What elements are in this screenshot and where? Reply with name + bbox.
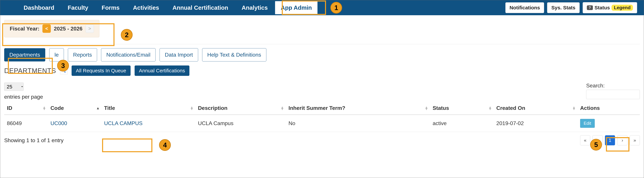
fiscal-year-range: 2025 - 2026 [54, 26, 82, 32]
top-nav-left: Dashboard Faculty Forms Activities Annua… [17, 0, 318, 15]
search-label: Search: [586, 83, 640, 89]
status-label: Status [594, 5, 610, 10]
sort-asc-icon: ▲ [96, 107, 100, 109]
departments-table: ID▲▼ Code▲ Title▲▼ Description▲▼ Inherit… [4, 102, 640, 132]
all-requests-in-queue-button[interactable]: All Requests In Queue [72, 65, 130, 76]
cell-id: 86049 [4, 115, 48, 132]
col-id-label: ID [7, 105, 12, 111]
search-input[interactable] [586, 90, 640, 99]
fiscal-year-panel: Fiscal Year: < 2025 - 2026 > [4, 20, 100, 37]
fiscal-year-label: Fiscal Year: [10, 26, 40, 32]
edit-button[interactable]: Edit [580, 119, 595, 128]
col-title-label: Title [104, 105, 115, 111]
col-actions: Actions [578, 102, 640, 115]
col-status-label: Status [433, 105, 449, 111]
top-nav-right: Notifications Sys. Stats ? Status Legend [506, 2, 637, 13]
dept-code-link[interactable]: UC000 [50, 120, 67, 126]
cell-status: active [430, 115, 494, 132]
section-header: DEPARTMENTS All Requests In Queue Annual… [4, 65, 640, 76]
pager-next[interactable]: › [617, 135, 628, 145]
legend-pill: Legend [612, 5, 633, 11]
page-length-label: entries per page [4, 94, 43, 100]
fiscal-year-prev-button[interactable]: < [42, 24, 51, 33]
page-length-select[interactable]: 25 [4, 83, 24, 91]
cell-description: UCLA Campus [195, 115, 286, 132]
col-created-label: Created On [496, 105, 525, 111]
help-icon: ? [587, 5, 593, 10]
section-title: DEPARTMENTS [4, 67, 56, 74]
sort-icon: ▲▼ [424, 107, 428, 110]
col-actions-label: Actions [580, 105, 600, 111]
table-info: Showing 1 to 1 of 1 entry [4, 137, 64, 144]
col-status[interactable]: Status▲▼ [430, 102, 494, 115]
svg-rect-2 [64, 72, 66, 72]
col-description-label: Description [198, 105, 228, 111]
table-footer: Showing 1 to 1 of 1 entry « ‹ 1 › » [4, 135, 640, 145]
sort-icon: ▲▼ [42, 107, 46, 110]
admin-tab-help-text[interactable]: Help Text & Definitions [202, 48, 266, 61]
pager-first[interactable]: « [580, 135, 590, 145]
nav-app-admin[interactable]: App Admin [275, 1, 318, 14]
sort-icon: ▲▼ [572, 107, 576, 110]
nav-dashboard[interactable]: Dashboard [17, 0, 61, 15]
callout-4: 4 [159, 139, 171, 151]
sort-icon: ▲▼ [280, 107, 284, 110]
col-code[interactable]: Code▲ [48, 102, 102, 115]
admin-tab-notifications-email[interactable]: Notifications/Email [101, 48, 156, 61]
table-row: 86049 UC000 UCLA CAMPUS UCLA Campus No a… [4, 115, 640, 132]
callout-3: 3 [57, 60, 69, 71]
sort-icon: ▲▼ [190, 107, 194, 110]
status-legend-button[interactable]: ? Status Legend [583, 2, 637, 13]
cell-inherit: No [286, 115, 430, 132]
col-created[interactable]: Created On▲▼ [494, 102, 578, 115]
col-inherit-label: Inherit Summer Term? [288, 105, 345, 111]
top-nav: Dashboard Faculty Forms Activities Annua… [0, 0, 644, 15]
admin-subtabs: Departments le Reports Notifications/Ema… [4, 48, 640, 61]
col-code-label: Code [50, 105, 64, 111]
callout-2: 2 [121, 29, 132, 41]
nav-analytics[interactable]: Analytics [235, 0, 274, 15]
fiscal-year-next-button: > [86, 24, 94, 33]
col-description[interactable]: Description▲▼ [195, 102, 286, 115]
cell-created: 2019-07-02 [494, 115, 578, 132]
col-id[interactable]: ID▲▼ [4, 102, 48, 115]
dept-title-link[interactable]: UCLA CAMPUS [104, 120, 142, 126]
admin-tab-people-partial[interactable]: le [49, 48, 64, 61]
table-controls: 25 entries per page Search: [4, 83, 640, 100]
content-area: Fiscal Year: < 2025 - 2026 > Departments… [0, 15, 644, 149]
admin-tab-reports[interactable]: Reports [68, 48, 97, 61]
callout-1: 1 [330, 2, 342, 13]
callout-5: 5 [590, 139, 602, 151]
pager: « ‹ 1 › » [580, 135, 640, 145]
nav-forms[interactable]: Forms [95, 0, 126, 15]
sys-stats-button[interactable]: Sys. Stats [547, 2, 580, 13]
pager-last[interactable]: » [630, 135, 640, 145]
divider [4, 44, 640, 44]
admin-tab-data-import[interactable]: Data Import [160, 48, 198, 61]
nav-faculty[interactable]: Faculty [61, 0, 95, 15]
nav-annual-certification[interactable]: Annual Certification [166, 0, 235, 15]
annual-certifications-button[interactable]: Annual Certifications [134, 65, 190, 76]
sort-icon: ▲▼ [488, 107, 492, 110]
col-inherit[interactable]: Inherit Summer Term?▲▼ [286, 102, 430, 115]
page-length-wrap: 25 [4, 83, 43, 91]
nav-activities[interactable]: Activities [126, 0, 166, 15]
search-wrap: Search: [586, 83, 640, 99]
admin-tab-departments[interactable]: Departments [4, 48, 45, 61]
notifications-button[interactable]: Notifications [506, 2, 544, 13]
col-title[interactable]: Title▲▼ [102, 102, 195, 115]
pager-page-1[interactable]: 1 [605, 135, 615, 145]
